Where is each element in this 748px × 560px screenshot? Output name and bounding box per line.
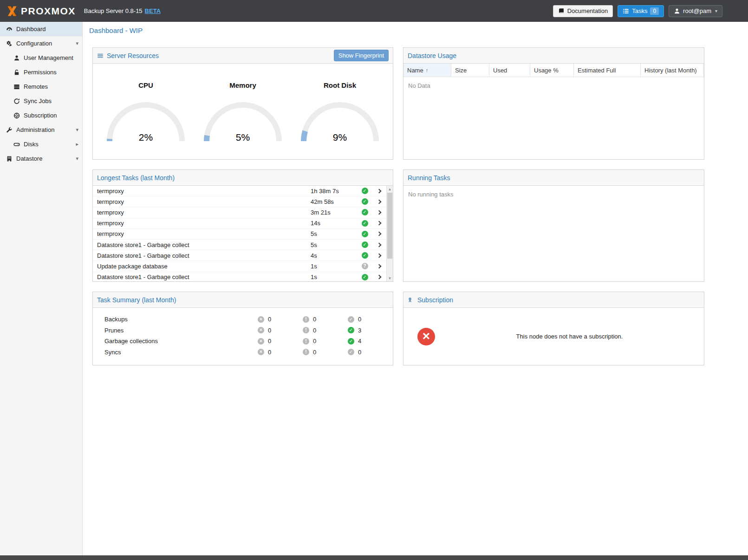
sidebar-item-remotes[interactable]: Remotes	[0, 79, 82, 94]
page-title: Dashboard - WIP	[83, 22, 748, 39]
summary-label: Garbage collections	[93, 338, 258, 345]
server-resources-panel: Server Resources Show Fingerprint CPU2%M…	[92, 47, 393, 160]
status-ok-icon: ✓	[362, 252, 368, 259]
sidebar-item-subscription[interactable]: Subscription	[0, 108, 82, 123]
task-row[interactable]: termproxy5s✓	[93, 229, 386, 240]
task-row[interactable]: Update package database1s?	[93, 261, 386, 272]
scroll-thumb[interactable]	[387, 193, 392, 259]
open-task-button[interactable]	[372, 265, 386, 268]
warning-count: 0	[313, 327, 316, 334]
sidebar-item-disks[interactable]: Disks▸	[0, 137, 82, 151]
column-header-name[interactable]: Name↑	[403, 64, 451, 77]
caret-down-icon: ▾	[715, 8, 717, 13]
sidebar-item-datastore[interactable]: Datastore▾	[0, 151, 82, 166]
subscription-header: Subscription	[403, 292, 704, 308]
task-row[interactable]: termproxy42m 58s✓	[93, 196, 386, 207]
cogs-icon	[5, 40, 13, 47]
open-task-button[interactable]	[372, 211, 386, 214]
layout: DashboardConfiguration▾User ManagementPe…	[0, 22, 748, 560]
column-header-used[interactable]: Used	[489, 64, 530, 77]
task-row[interactable]: termproxy1h 38m 7s✓	[93, 186, 386, 196]
error-count: 0	[268, 327, 271, 334]
sidebar-item-permissions[interactable]: Permissions	[0, 65, 82, 79]
running-tasks-title: Running Tasks	[408, 174, 450, 182]
open-task-button[interactable]	[372, 275, 386, 279]
column-header-history-last-month[interactable]: History (last Month)	[641, 64, 704, 77]
documentation-button[interactable]: Documentation	[553, 5, 613, 17]
task-duration: 5s	[311, 241, 357, 248]
sidebar-item-configuration[interactable]: Configuration▾	[0, 36, 82, 51]
column-header-size[interactable]: Size	[451, 64, 489, 77]
task-name: Datastore store1 - Garbage collect	[97, 273, 311, 280]
open-task-button[interactable]	[372, 243, 386, 247]
sidebar-item-administration[interactable]: Administration▾	[0, 123, 82, 137]
warning-count-icon: !	[303, 338, 309, 345]
task-name: termproxy	[97, 220, 311, 227]
svg-text:2%: 2%	[139, 132, 153, 143]
tasks-count-badge: 0	[650, 7, 659, 15]
task-duration: 4s	[311, 252, 357, 259]
chevron-right-icon[interactable]: ▸	[76, 141, 78, 147]
scroll-up-icon[interactable]: ▲	[387, 186, 393, 192]
chevron-right-icon	[377, 221, 382, 226]
scroll-down-icon[interactable]: ▼	[387, 275, 393, 281]
subscription-title: Subscription	[417, 296, 453, 304]
task-row[interactable]: Datastore store1 - Garbage collect5s✓	[93, 240, 386, 250]
tasks-list-icon	[623, 8, 629, 14]
status-ok-icon: ✓	[362, 198, 368, 205]
gauge-arc: 2%	[103, 96, 189, 144]
show-fingerprint-button[interactable]: Show Fingerprint	[334, 50, 389, 61]
task-row[interactable]: Datastore store1 - Garbage collect1s✓	[93, 272, 386, 282]
chevron-right-icon	[377, 253, 382, 258]
running-tasks-header: Running Tasks	[403, 170, 704, 186]
column-header-estimated-full[interactable]: Estimated Full	[574, 64, 641, 77]
datastore-usage-body: Name↑SizeUsedUsage %Estimated FullHistor…	[403, 64, 704, 159]
ok-count-icon: ✓	[348, 316, 354, 323]
sidebar-item-user-management[interactable]: User Management	[0, 51, 82, 65]
column-header-usage[interactable]: Usage %	[530, 64, 574, 77]
user-menu-button[interactable]: root@pam ▾	[669, 5, 722, 17]
task-name: Update package database	[97, 263, 311, 270]
task-duration: 1s	[311, 263, 357, 270]
error-count-icon: ×	[258, 349, 264, 355]
chevron-down-icon[interactable]: ▾	[76, 40, 78, 46]
bottom-edge	[0, 555, 748, 560]
chevron-down-icon[interactable]: ▾	[76, 127, 78, 133]
task-name: termproxy	[97, 198, 311, 205]
datastore-grid-header: Name↑SizeUsedUsage %Estimated FullHistor…	[403, 64, 704, 77]
open-task-button[interactable]	[372, 232, 386, 235]
task-row[interactable]: Datastore store1 - Garbage collect4s✓	[93, 250, 386, 261]
open-task-button[interactable]	[372, 200, 386, 203]
proxmox-logo: PROXMOX	[6, 5, 76, 18]
error-count: 0	[268, 316, 271, 323]
open-task-button[interactable]	[372, 189, 386, 193]
ok-count: 0	[358, 349, 361, 356]
running-tasks-empty-text: No running tasks	[403, 186, 704, 203]
running-tasks-body: No running tasks	[403, 186, 704, 281]
logo-text: PROXMOX	[21, 6, 76, 17]
sidebar-item-dashboard[interactable]: Dashboard	[0, 22, 82, 36]
sidebar-item-sync-jobs[interactable]: Sync Jobs	[0, 94, 82, 108]
task-row[interactable]: termproxy14s✓	[93, 218, 386, 229]
task-summary-header: Task Summary (last Month)	[93, 292, 393, 308]
chevron-right-icon	[377, 189, 382, 193]
gauge-arc: 5%	[200, 96, 286, 144]
longest-tasks-header: Longest Tasks (last Month)	[93, 170, 393, 186]
scrollbar[interactable]: ▲ ▼	[386, 186, 393, 281]
user-icon	[674, 8, 680, 14]
open-task-button[interactable]	[372, 254, 386, 257]
task-name: termproxy	[97, 230, 311, 237]
longest-tasks-title: Longest Tasks (last Month)	[97, 174, 175, 182]
ok-count-icon: ✓	[348, 349, 354, 355]
task-row[interactable]: termproxy3m 21s✓	[93, 207, 386, 218]
chevron-right-icon	[377, 275, 382, 280]
chevron-down-icon[interactable]: ▾	[76, 156, 78, 162]
beta-link[interactable]: BETA	[145, 7, 161, 14]
open-task-button[interactable]	[372, 221, 386, 225]
tasks-button[interactable]: Tasks 0	[618, 5, 664, 17]
gauge-root-disk: Root Disk9%	[296, 81, 384, 145]
gauge-arc: 9%	[297, 96, 383, 144]
longest-tasks-body: termproxy1h 38m 7s✓termproxy42m 58s✓term…	[93, 186, 393, 281]
task-duration: 3m 21s	[311, 209, 357, 216]
gauge-cpu: CPU2%	[102, 81, 190, 145]
